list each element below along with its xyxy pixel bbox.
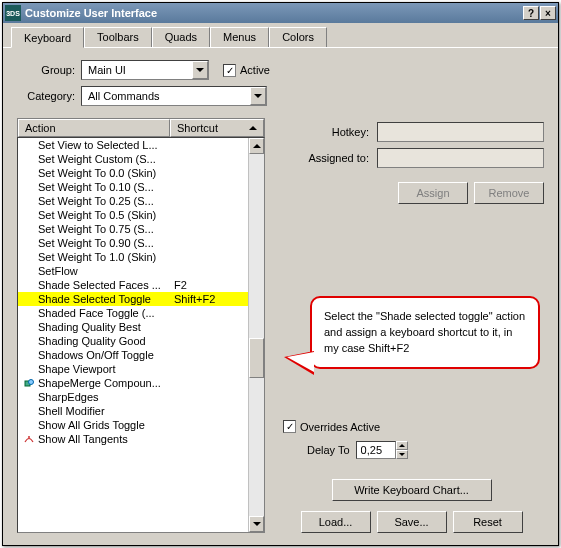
list-item[interactable]: SharpEdges: [18, 390, 264, 404]
assigned-input[interactable]: [377, 148, 544, 168]
action-text: Shade Selected Toggle: [36, 293, 174, 305]
spinner-up-button[interactable]: [396, 441, 408, 450]
overrides-checkbox[interactable]: ✓: [283, 420, 296, 433]
list-item[interactable]: Shell Modifier: [18, 404, 264, 418]
tab-menus[interactable]: Menus: [210, 27, 269, 47]
column-action[interactable]: Action: [18, 119, 170, 137]
blank-icon: [22, 335, 36, 347]
action-text: SetFlow: [36, 265, 174, 277]
delay-input[interactable]: [356, 441, 396, 459]
group-label: Group:: [17, 64, 75, 76]
write-chart-button[interactable]: Write Keyboard Chart...: [332, 479, 492, 501]
blank-icon: [22, 139, 36, 151]
blank-icon: [22, 167, 36, 179]
blank-icon: [22, 307, 36, 319]
action-list[interactable]: Set View to Selected L...Set Weight Cust…: [17, 137, 265, 533]
assign-button[interactable]: Assign: [398, 182, 468, 204]
list-item[interactable]: Set Weight To 0.90 (S...: [18, 236, 264, 250]
category-label: Category:: [17, 90, 75, 102]
list-item[interactable]: Shape Viewport: [18, 362, 264, 376]
blank-icon: [22, 209, 36, 221]
list-item[interactable]: Show All Tangents: [18, 432, 264, 446]
list-item[interactable]: Set Weight To 0.5 (Skin): [18, 208, 264, 222]
list-item[interactable]: Shade Selected ToggleShift+F2: [18, 292, 264, 306]
list-item[interactable]: ShapeMerge Compoun...: [18, 376, 264, 390]
titlebar: 3DS Customize User Interface ? ×: [3, 3, 558, 23]
list-item[interactable]: Shading Quality Good: [18, 334, 264, 348]
blank-icon: [22, 153, 36, 165]
action-text: Set Weight To 0.5 (Skin): [36, 209, 174, 221]
action-text: Set Weight To 0.75 (S...: [36, 223, 174, 235]
save-button[interactable]: Save...: [377, 511, 447, 533]
tab-keyboard[interactable]: Keyboard: [11, 27, 84, 48]
list-item[interactable]: Shadows On/Off Toggle: [18, 348, 264, 362]
list-item[interactable]: Set Weight To 1.0 (Skin): [18, 250, 264, 264]
tab-content: Group: Main UI ✓ Active Category: All Co…: [3, 48, 558, 545]
delay-label: Delay To: [307, 444, 350, 456]
blank-icon: [22, 349, 36, 361]
scroll-thumb[interactable]: [249, 338, 264, 378]
list-item[interactable]: Set Weight To 0.75 (S...: [18, 222, 264, 236]
remove-button[interactable]: Remove: [474, 182, 544, 204]
list-item[interactable]: Set Weight Custom (S...: [18, 152, 264, 166]
tangent-icon: [22, 433, 36, 445]
list-item[interactable]: Shade Selected Faces ...F2: [18, 278, 264, 292]
action-text: Shell Modifier: [36, 405, 174, 417]
annotation-callout: Select the "Shade selected toggle" actio…: [310, 296, 540, 369]
list-item[interactable]: SetFlow: [18, 264, 264, 278]
blank-icon: [22, 265, 36, 277]
group-dropdown[interactable]: Main UI: [81, 60, 209, 80]
app-icon: 3DS: [5, 5, 21, 21]
action-text: Shape Viewport: [36, 363, 174, 375]
reset-button[interactable]: Reset: [453, 511, 523, 533]
tab-quads[interactable]: Quads: [152, 27, 210, 47]
category-dropdown[interactable]: All Commands: [81, 86, 267, 106]
scrollbar[interactable]: [248, 138, 264, 532]
group-value: Main UI: [82, 64, 192, 76]
active-checkbox[interactable]: ✓: [223, 64, 236, 77]
chevron-down-icon: [250, 87, 266, 105]
svg-point-2: [28, 436, 30, 438]
load-button[interactable]: Load...: [301, 511, 371, 533]
scroll-down-button[interactable]: [249, 516, 264, 532]
list-item[interactable]: Set Weight To 0.0 (Skin): [18, 166, 264, 180]
tab-toolbars[interactable]: Toolbars: [84, 27, 152, 47]
column-shortcut[interactable]: Shortcut: [170, 119, 264, 137]
tab-strip: Keyboard Toolbars Quads Menus Colors: [3, 23, 558, 48]
blank-icon: [22, 321, 36, 333]
blank-icon: [22, 405, 36, 417]
action-list-panel: Action Shortcut Set View to Selected L..…: [17, 118, 265, 533]
list-item[interactable]: Show All Grids Toggle: [18, 418, 264, 432]
action-text: ShapeMerge Compoun...: [36, 377, 174, 389]
action-text: Set Weight Custom (S...: [36, 153, 174, 165]
assigned-label: Assigned to:: [279, 152, 369, 164]
hotkey-input[interactable]: [377, 122, 544, 142]
list-item[interactable]: Set Weight To 0.25 (S...: [18, 194, 264, 208]
list-item[interactable]: Shading Quality Best: [18, 320, 264, 334]
close-button[interactable]: ×: [540, 6, 556, 20]
action-text: SharpEdges: [36, 391, 174, 403]
list-item[interactable]: Set Weight To 0.10 (S...: [18, 180, 264, 194]
blank-icon: [22, 391, 36, 403]
tab-colors[interactable]: Colors: [269, 27, 327, 47]
category-value: All Commands: [82, 90, 250, 102]
svg-point-1: [29, 380, 34, 385]
blank-icon: [22, 363, 36, 375]
help-button[interactable]: ?: [523, 6, 539, 20]
action-text: Shading Quality Good: [36, 335, 174, 347]
spinner-down-button[interactable]: [396, 450, 408, 459]
window-title: Customize User Interface: [25, 7, 523, 19]
action-text: Set Weight To 0.25 (S...: [36, 195, 174, 207]
overrides-label: Overrides Active: [300, 421, 380, 433]
chevron-down-icon: [192, 61, 208, 79]
list-item[interactable]: Set View to Selected L...: [18, 138, 264, 152]
action-text: Set Weight To 0.0 (Skin): [36, 167, 174, 179]
action-text: Show All Grids Toggle: [36, 419, 174, 431]
list-item[interactable]: Shaded Face Toggle (...: [18, 306, 264, 320]
blank-icon: [22, 195, 36, 207]
scroll-up-button[interactable]: [249, 138, 264, 154]
blank-icon: [22, 293, 36, 305]
action-text: Shading Quality Best: [36, 321, 174, 333]
blank-icon: [22, 181, 36, 193]
action-text: Set Weight To 0.10 (S...: [36, 181, 174, 193]
